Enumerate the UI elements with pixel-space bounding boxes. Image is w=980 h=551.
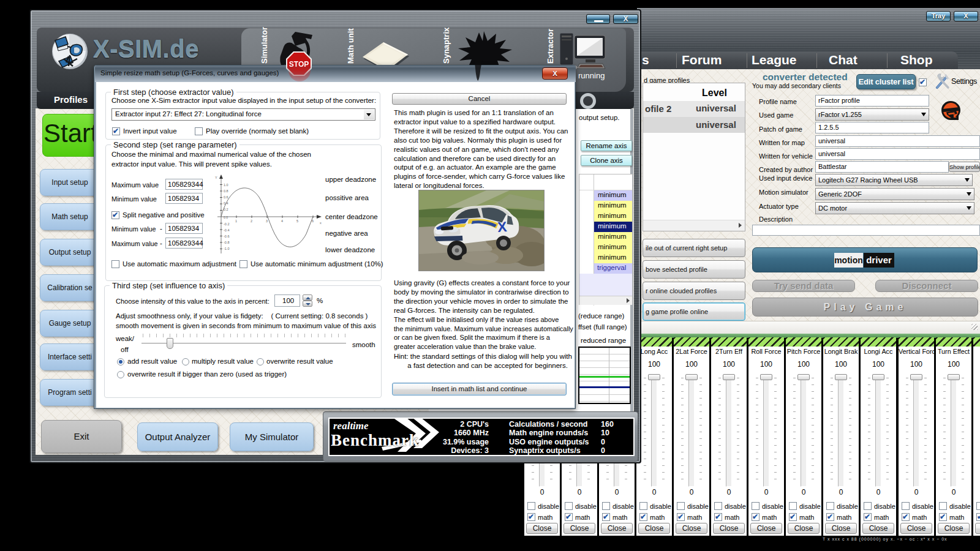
svg-text:-0.8: -0.8 bbox=[224, 241, 229, 244]
svg-text:2: 2 bbox=[251, 219, 252, 223]
svg-text:-0.6: -0.6 bbox=[224, 234, 229, 238]
svg-text:STOP: STOP bbox=[289, 60, 309, 69]
svg-text:1.0: 1.0 bbox=[224, 183, 228, 187]
svg-text:0.6: 0.6 bbox=[224, 195, 228, 199]
svg-text:-0.2: -0.2 bbox=[224, 222, 229, 226]
svg-text:0.8: 0.8 bbox=[224, 189, 228, 193]
svg-text:1: 1 bbox=[235, 219, 237, 223]
svg-text:-0.4: -0.4 bbox=[224, 228, 229, 232]
svg-text:x: x bbox=[320, 221, 322, 225]
svg-text:3: 3 bbox=[266, 219, 268, 223]
svg-text:0.2: 0.2 bbox=[224, 208, 228, 211]
svg-text:-1.0: -1.0 bbox=[224, 247, 229, 250]
svg-text:5: 5 bbox=[296, 219, 298, 223]
svg-text:4: 4 bbox=[281, 219, 283, 223]
svg-text:X: X bbox=[497, 219, 508, 235]
svg-text:Y: Y bbox=[215, 176, 217, 179]
svg-text:0.0: 0.0 bbox=[224, 216, 228, 219]
